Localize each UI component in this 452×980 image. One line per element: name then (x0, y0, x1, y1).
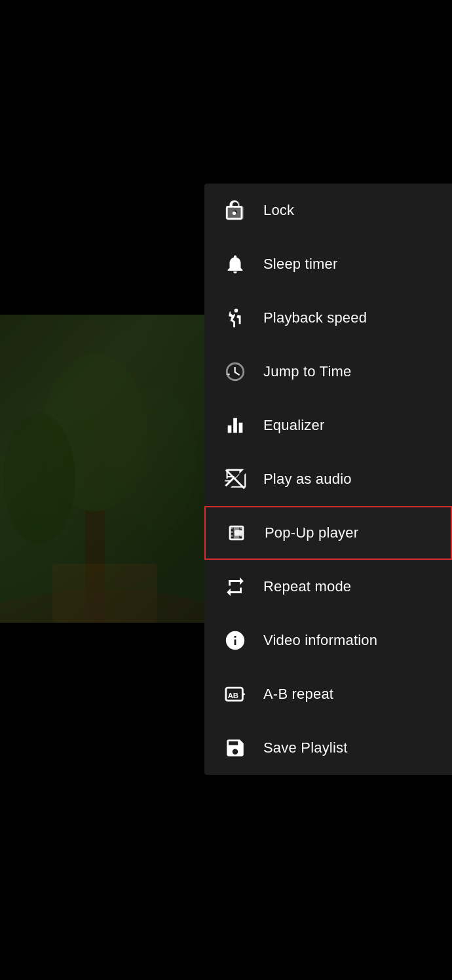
menu-item-video-information[interactable]: Video information (204, 614, 452, 667)
svg-point-3 (3, 413, 75, 544)
svg-line-9 (226, 470, 244, 488)
menu-item-sleep-timer[interactable]: z Sleep timer (204, 237, 452, 291)
lock-label: Lock (263, 202, 294, 219)
svg-rect-6 (52, 564, 157, 623)
left-black-bottom (0, 623, 206, 793)
screen: Lock z Sleep timer Playback speed (0, 0, 452, 980)
top-black-area (0, 0, 452, 184)
menu-item-play-as-audio[interactable]: Play as audio (204, 452, 452, 506)
equalizer-icon (223, 413, 248, 438)
sleep-timer-icon: z (223, 252, 248, 277)
menu-item-repeat-mode[interactable]: Repeat mode (204, 560, 452, 614)
bottom-black-area (0, 793, 452, 980)
menu-item-equalizer[interactable]: Equalizer (204, 399, 452, 452)
repeat-mode-label: Repeat mode (263, 578, 351, 595)
playback-speed-icon (223, 305, 248, 330)
equalizer-label: Equalizer (263, 417, 325, 434)
svg-point-8 (235, 309, 238, 313)
save-playlist-label: Save Playlist (263, 739, 348, 756)
svg-text:AB: AB (228, 692, 238, 699)
menu-item-playback-speed[interactable]: Playback speed (204, 291, 452, 345)
video-information-label: Video information (263, 632, 377, 649)
ab-repeat-label: A-B repeat (263, 686, 333, 703)
jump-to-time-label: Jump to Time (263, 363, 351, 380)
menu-item-ab-repeat[interactable]: AB A-B repeat (204, 667, 452, 721)
playback-speed-label: Playback speed (263, 309, 367, 326)
save-playlist-icon (223, 735, 248, 760)
menu-item-jump-to-time[interactable]: Jump to Time (204, 345, 452, 399)
repeat-mode-icon (223, 574, 248, 599)
jump-to-time-icon (223, 359, 248, 384)
svg-rect-10 (235, 530, 242, 536)
video-thumbnail (0, 315, 206, 623)
sleep-timer-label: Sleep timer (263, 256, 337, 273)
ab-repeat-icon: AB (223, 682, 248, 707)
svg-point-4 (118, 387, 197, 531)
left-black-top (0, 184, 206, 315)
play-as-audio-icon (223, 467, 248, 492)
lock-icon (223, 198, 248, 223)
menu-item-lock[interactable]: Lock (204, 184, 452, 237)
popup-player-label: Pop-Up player (265, 524, 358, 541)
context-menu: Lock z Sleep timer Playback speed (204, 184, 452, 775)
video-information-icon (223, 628, 248, 653)
menu-item-popup-player[interactable]: Pop-Up player (204, 506, 452, 560)
popup-player-icon (224, 520, 249, 545)
play-as-audio-label: Play as audio (263, 471, 352, 488)
menu-item-save-playlist[interactable]: Save Playlist (204, 721, 452, 775)
